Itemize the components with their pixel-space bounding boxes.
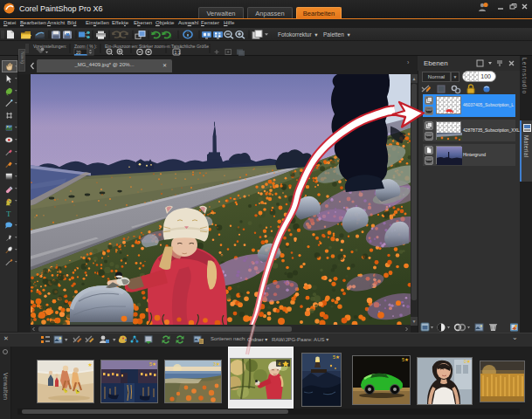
svg-text:20: 20 <box>76 50 81 55</box>
svg-text:1:1: 1:1 <box>175 50 181 55</box>
svg-text:T: T <box>6 210 11 218</box>
svg-text:Zoom ( % ):: Zoom ( % ): <box>74 44 97 49</box>
svg-text:Ein-/Auszoomen:: Ein-/Auszoomen: <box>105 44 138 49</box>
svg-text:Tatsächliche Größe:: Tatsächliche Größe: <box>171 44 210 49</box>
